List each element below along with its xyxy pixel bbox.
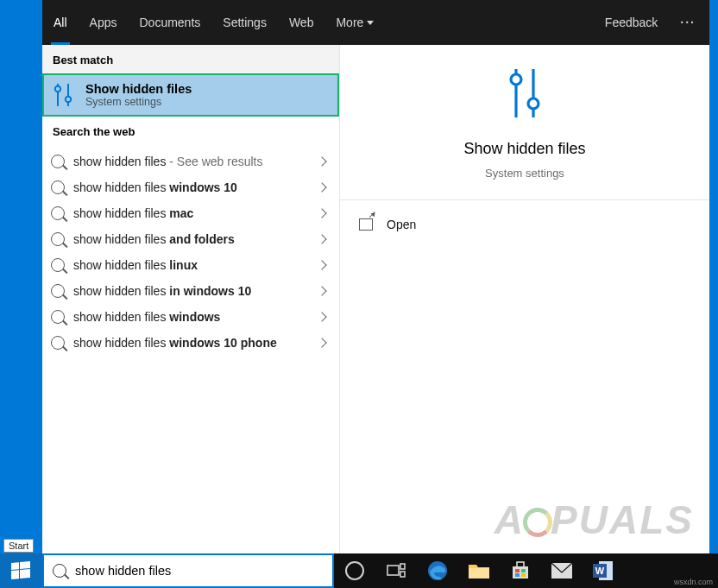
open-icon bbox=[359, 218, 373, 231]
detail-subtitle: System settings bbox=[485, 167, 564, 180]
best-match-subtitle: System settings bbox=[85, 96, 192, 108]
search-icon bbox=[51, 180, 65, 194]
settings-sliders-icon bbox=[503, 66, 546, 121]
taskbar-app-edge[interactable] bbox=[417, 553, 458, 588]
store-icon bbox=[510, 560, 531, 581]
web-result[interactable]: show hidden files windows 10 phone bbox=[42, 330, 339, 356]
results-body: Best match Show hidden files System sett… bbox=[42, 45, 709, 553]
taskbar-app-word[interactable]: W bbox=[583, 553, 624, 588]
search-icon bbox=[51, 232, 65, 246]
search-icon bbox=[51, 284, 65, 298]
search-icon bbox=[51, 258, 65, 272]
web-result[interactable]: show hidden files and folders bbox=[42, 226, 339, 252]
results-left-column: Best match Show hidden files System sett… bbox=[42, 45, 339, 553]
word-icon: W bbox=[592, 560, 614, 582]
mail-icon bbox=[551, 562, 573, 579]
cortana-button[interactable] bbox=[334, 553, 375, 588]
search-results-panel: All Apps Documents Settings Web More Fee… bbox=[42, 0, 709, 553]
taskbar-app-mail[interactable] bbox=[541, 553, 583, 588]
feedback-link[interactable]: Feedback bbox=[605, 16, 658, 29]
chevron-right-icon bbox=[317, 338, 326, 347]
chevron-right-icon bbox=[317, 312, 326, 321]
chevron-right-icon bbox=[317, 286, 326, 295]
detail-header: Show hidden files System settings bbox=[340, 45, 709, 200]
open-action[interactable]: Open bbox=[359, 212, 690, 237]
svg-rect-13 bbox=[513, 566, 528, 579]
windows-logo-icon bbox=[11, 561, 30, 579]
chevron-right-icon bbox=[317, 182, 326, 192]
chevron-right-icon bbox=[317, 234, 326, 243]
detail-title: Show hidden files bbox=[463, 140, 585, 158]
web-result[interactable]: show hidden files linux bbox=[42, 252, 339, 278]
detail-actions: Open bbox=[340, 200, 709, 249]
taskbar-app-store[interactable] bbox=[500, 553, 541, 588]
svg-rect-10 bbox=[400, 572, 405, 577]
svg-rect-15 bbox=[515, 569, 520, 572]
taskbar-app-explorer[interactable] bbox=[458, 553, 500, 588]
filter-tab-settings[interactable]: Settings bbox=[211, 0, 278, 45]
svg-rect-9 bbox=[400, 564, 405, 569]
settings-sliders-icon bbox=[51, 83, 75, 107]
task-view-icon bbox=[387, 563, 406, 579]
web-results-list: show hidden files - See web results show… bbox=[42, 145, 339, 553]
search-icon bbox=[51, 155, 65, 168]
best-match-header: Best match bbox=[42, 45, 339, 73]
web-result[interactable]: show hidden files in windows 10 bbox=[42, 278, 339, 304]
svg-rect-8 bbox=[387, 566, 399, 575]
search-icon bbox=[53, 564, 66, 578]
search-web-header: Search the web bbox=[42, 117, 339, 145]
svg-point-7 bbox=[528, 98, 538, 109]
folder-icon bbox=[468, 561, 490, 580]
svg-rect-16 bbox=[521, 569, 526, 572]
svg-rect-12 bbox=[469, 568, 489, 579]
filter-tab-apps[interactable]: Apps bbox=[79, 0, 129, 45]
taskbar-search-input[interactable] bbox=[75, 564, 324, 578]
search-icon bbox=[51, 336, 65, 350]
task-view-button[interactable] bbox=[375, 553, 417, 588]
more-options-button[interactable]: ··· bbox=[673, 12, 702, 33]
svg-point-2 bbox=[55, 86, 60, 92]
filter-tab-all[interactable]: All bbox=[42, 0, 79, 45]
svg-rect-18 bbox=[521, 573, 526, 577]
svg-point-3 bbox=[66, 97, 71, 102]
search-icon bbox=[51, 310, 65, 324]
best-match-title: Show hidden files bbox=[85, 82, 192, 96]
svg-point-6 bbox=[511, 74, 521, 85]
filter-tab-web[interactable]: Web bbox=[278, 0, 325, 45]
chevron-right-icon bbox=[317, 260, 326, 269]
filter-tab-documents[interactable]: Documents bbox=[128, 0, 211, 45]
web-result[interactable]: show hidden files windows bbox=[42, 304, 339, 330]
search-icon bbox=[51, 206, 65, 220]
attribution-text: wsxdn.com bbox=[674, 553, 718, 588]
web-result[interactable]: show hidden files - See web results bbox=[42, 149, 339, 174]
web-result[interactable]: show hidden files mac bbox=[42, 200, 339, 226]
detail-pane: Show hidden files System settings Open bbox=[339, 45, 709, 553]
svg-rect-17 bbox=[515, 573, 520, 577]
chevron-right-icon bbox=[317, 208, 326, 218]
taskbar-search-box[interactable] bbox=[42, 553, 334, 588]
start-button[interactable] bbox=[0, 553, 42, 588]
taskbar: W wsxdn.com bbox=[0, 553, 718, 588]
best-match-result[interactable]: Show hidden files System settings bbox=[42, 73, 339, 117]
search-filter-bar: All Apps Documents Settings Web More Fee… bbox=[42, 0, 709, 45]
cortana-icon bbox=[345, 561, 364, 580]
start-tooltip: Start bbox=[3, 539, 34, 553]
filter-tab-more[interactable]: More bbox=[324, 0, 385, 45]
edge-icon bbox=[426, 560, 449, 582]
web-result[interactable]: show hidden files windows 10 bbox=[42, 174, 339, 200]
chevron-down-icon bbox=[367, 21, 374, 25]
svg-text:W: W bbox=[595, 566, 605, 576]
chevron-right-icon bbox=[317, 156, 326, 166]
